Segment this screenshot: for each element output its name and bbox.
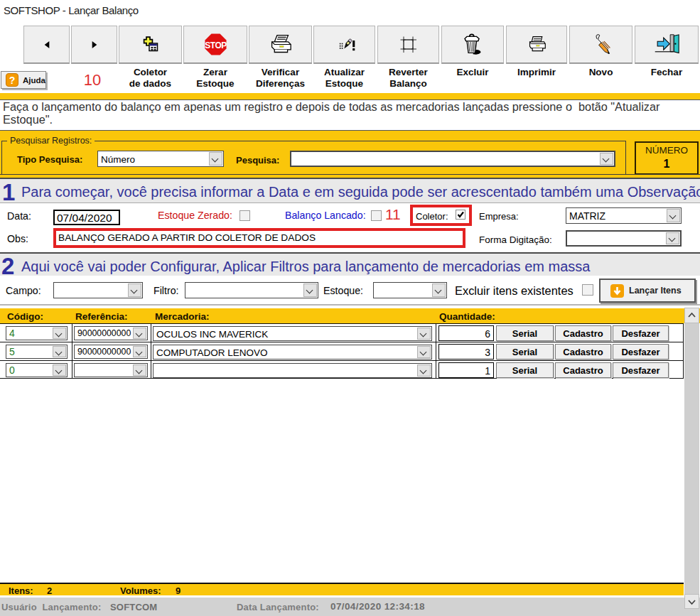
svg-text:STOP: STOP — [205, 40, 227, 50]
